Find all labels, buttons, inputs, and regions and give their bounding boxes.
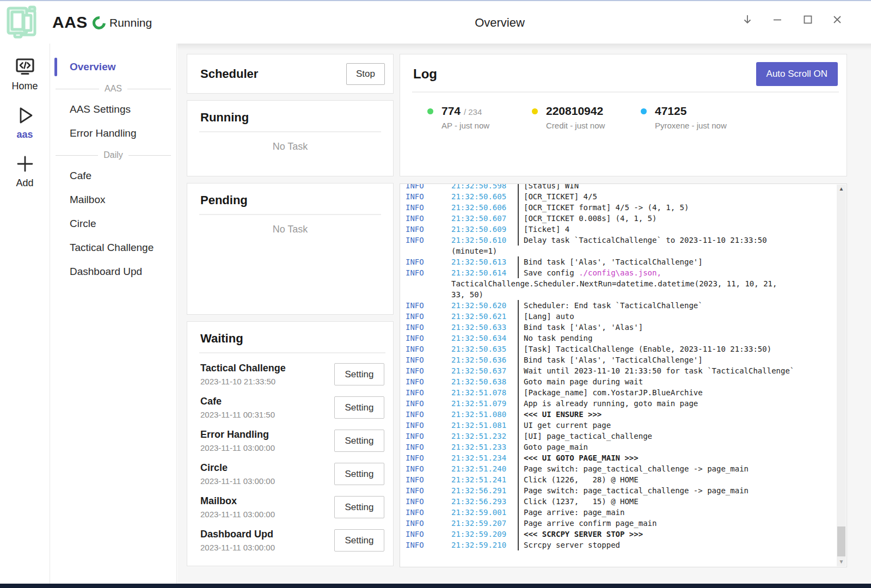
task-setting-button-error-handling[interactable]: Setting	[334, 430, 384, 452]
waiting-task-info: Error Handling2023-11-11 03:00:00	[200, 429, 275, 452]
task-setting-button-mailbox[interactable]: Setting	[334, 496, 384, 518]
task-nav: OverviewAASAAS SettingsError HandlingDai…	[50, 44, 177, 584]
log-lines: INFO21:32:50.598[Status] WININFO21:32:50…	[400, 183, 847, 550]
log-message: Scrcpy server stopped	[524, 540, 620, 550]
log-timestamp: 21:32:51.241	[451, 474, 518, 485]
stat-ap: 774 / 234AP - just now	[427, 105, 489, 130]
waiting-task-next-run: 2023-11-11 03:00:00	[200, 543, 275, 552]
nav-item-aas-settings[interactable]: AAS Settings	[50, 98, 176, 121]
log-timestamp: 21:32:51.233	[451, 442, 518, 452]
nav-item-dashboard-upd[interactable]: Dashboard Upd	[50, 260, 176, 283]
close-button[interactable]	[825, 9, 850, 30]
divider	[412, 91, 839, 93]
log-message: [UI] page_tactical_challenge	[524, 431, 652, 442]
log-timestamp: 21:32:51.079	[451, 398, 518, 409]
log-separator	[518, 333, 519, 344]
stat-label: Credit - just now	[546, 121, 605, 130]
log-separator	[518, 256, 519, 267]
stat-value: 774 / 234	[441, 105, 489, 118]
stat-label: AP - just now	[441, 121, 489, 130]
auto-scroll-toggle-button[interactable]: Auto Scroll ON	[756, 62, 838, 86]
log-timestamp: 21:32:59.001	[451, 507, 518, 518]
rail-item-add[interactable]: Add	[0, 152, 50, 189]
log-level: INFO	[406, 540, 451, 550]
pending-empty-label: No Task	[200, 215, 380, 235]
log-line: INFO21:32:50.606[OCR_TICKET format] 4/5 …	[406, 202, 847, 213]
nav-item-overview[interactable]: Overview	[50, 56, 176, 78]
rail-item-home[interactable]: Home	[0, 56, 50, 92]
log-message: [Status] WIN	[524, 183, 579, 191]
log-line: INFO21:32:50.638Goto main page during wa…	[406, 376, 847, 387]
log-line: INFO21:32:50.634No task pending	[406, 333, 847, 344]
running-spinner-icon	[90, 14, 108, 32]
nav-group-divider: AAS	[50, 79, 176, 98]
nav-item-mailbox[interactable]: Mailbox	[50, 188, 176, 211]
scroll-up-arrow-icon[interactable]: ▲	[837, 185, 846, 193]
nav-item-error-handling[interactable]: Error Handling	[50, 122, 176, 145]
log-separator	[518, 387, 519, 398]
scrollbar-thumb[interactable]	[837, 526, 845, 556]
log-level: INFO	[406, 311, 451, 322]
log-separator	[518, 485, 519, 496]
divider	[199, 352, 385, 353]
stat-credit: 220810942Credit - just now	[532, 105, 605, 130]
task-setting-button-dashboard-upd[interactable]: Setting	[334, 529, 384, 552]
log-line: INFO21:32:50.621[Lang] auto	[406, 311, 847, 322]
log-line: INFO21:32:51.079App is already running, …	[406, 398, 847, 409]
maximize-button[interactable]	[795, 9, 820, 30]
log-level: INFO	[406, 474, 451, 485]
log-line: INFO21:32:50.635[Task] TacticalChallenge…	[406, 344, 847, 354]
log-separator	[518, 224, 519, 235]
log-timestamp: 21:32:59.210	[451, 540, 518, 550]
running-title: Running	[200, 111, 380, 125]
log-level: INFO	[406, 387, 451, 398]
log-message: [Ticket] 4	[524, 224, 569, 235]
rail-item-aas[interactable]: aas	[0, 104, 50, 140]
log-separator	[518, 463, 519, 474]
task-setting-button-tactical-challenge[interactable]: Setting	[334, 363, 384, 385]
log-message: Click (1226, 28) @ HOME	[524, 474, 639, 485]
log-level: INFO	[406, 322, 451, 333]
waiting-card: Waiting Tactical Challenge2023-11-10 21:…	[187, 321, 394, 566]
log-timestamp: 21:32:50.613	[451, 256, 518, 267]
nav-item-cafe[interactable]: Cafe	[50, 164, 176, 187]
nav-item-circle[interactable]: Circle	[50, 212, 176, 235]
download-update-button[interactable]	[735, 9, 760, 30]
log-view[interactable]: INFO21:32:50.598[Status] WININFO21:32:50…	[400, 183, 847, 567]
waiting-task-info: Cafe2023-11-11 00:31:50	[200, 396, 275, 419]
nav-group-label: AAS	[105, 84, 122, 94]
log-message: [Package_name] com.YostarJP.BlueArchive	[524, 387, 703, 398]
log-line: (minute=1)	[406, 246, 847, 256]
log-message: [Lang] auto	[524, 311, 574, 322]
stat-label: Pyroxene - just now	[655, 121, 727, 130]
log-timestamp: 21:32:59.209	[451, 529, 518, 540]
task-setting-button-circle[interactable]: Setting	[334, 463, 384, 485]
home-icon	[14, 56, 36, 78]
log-line: INFO21:32:50.633Bind task ['Alas', 'Alas…	[406, 322, 847, 333]
log-message: [Task] TacticalChallenge (Enable, 2023-1…	[524, 344, 771, 354]
log-line: INFO21:32:51.240Page switch: page_tactic…	[406, 463, 847, 474]
log-message: Goto main page during wait	[524, 376, 643, 387]
task-setting-button-cafe[interactable]: Setting	[334, 396, 384, 419]
waiting-task-name: Circle	[200, 462, 275, 474]
main-area: Scheduler Stop Running No Task Pending N…	[177, 44, 871, 584]
log-line: INFO21:32:50.614Save config ./config\aas…	[406, 267, 847, 278]
minimize-button[interactable]	[765, 9, 790, 30]
divider-line	[56, 155, 98, 156]
waiting-task-info: Circle2023-11-11 03:00:00	[200, 462, 275, 486]
log-timestamp: 21:32:50.633	[451, 322, 518, 333]
log-timestamp: 21:32:51.232	[451, 431, 518, 442]
log-message: Scheduler: End task `TacticalChallenge`	[524, 300, 703, 311]
log-line: INFO21:32:50.620Scheduler: End task `Tac…	[406, 300, 847, 311]
log-separator	[518, 496, 519, 507]
scroll-down-arrow-icon[interactable]: ▼	[837, 558, 846, 566]
log-level-spacer	[406, 246, 451, 256]
log-level: INFO	[406, 235, 451, 246]
waiting-task-next-run: 2023-11-11 00:31:50	[200, 410, 275, 419]
nav-item-tactical-challenge[interactable]: Tactical Challenge	[50, 236, 176, 259]
log-level: INFO	[406, 213, 451, 224]
log-vertical-scrollbar[interactable]: ▲ ▼	[837, 185, 846, 566]
log-level: INFO	[406, 398, 451, 409]
stat-dot-icon	[427, 108, 433, 114]
scheduler-stop-button[interactable]: Stop	[346, 63, 385, 85]
